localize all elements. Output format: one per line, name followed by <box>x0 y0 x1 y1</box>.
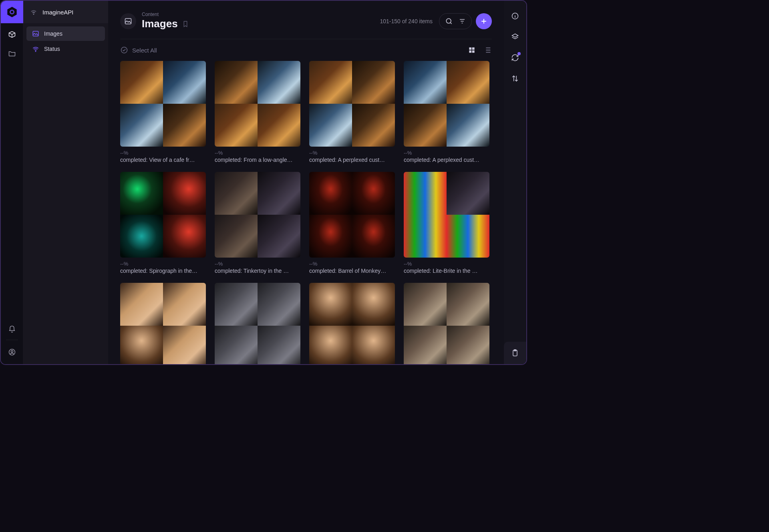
image-thumbnail[interactable] <box>120 61 206 147</box>
sidebar-header[interactable]: ImagineAPI <box>23 1 108 23</box>
add-button[interactable] <box>476 13 492 29</box>
wifi-icon <box>30 8 38 16</box>
right-rail <box>504 1 526 364</box>
search-filter-pill <box>439 13 472 29</box>
svg-point-2 <box>11 11 12 12</box>
image-progress: --% <box>404 261 489 267</box>
status-icon <box>32 45 39 52</box>
svg-rect-7 <box>125 18 131 24</box>
image-card[interactable]: --%completed: A perplexed cust… <box>404 61 489 163</box>
image-thumbnail[interactable] <box>404 61 489 147</box>
svg-rect-11 <box>472 47 475 50</box>
image-thumbnail[interactable] <box>215 61 300 147</box>
clipboard-icon[interactable] <box>504 342 526 364</box>
image-caption: completed: Spirograph in the… <box>120 268 206 274</box>
image-caption: completed: A perplexed cust… <box>404 157 489 163</box>
bookmark-icon[interactable] <box>182 20 189 28</box>
list-view-button[interactable] <box>483 46 492 54</box>
image-thumbnail[interactable] <box>309 172 395 258</box>
main-content: Content Images 101-150 of 240 items <box>108 1 504 364</box>
refresh-icon[interactable] <box>507 50 523 66</box>
rail-account-icon[interactable] <box>4 344 20 360</box>
rail-folder-icon[interactable] <box>4 46 20 62</box>
svg-point-8 <box>446 18 451 23</box>
image-progress: --% <box>309 261 395 267</box>
svg-point-6 <box>35 51 36 52</box>
grid-view-button[interactable] <box>468 46 476 54</box>
page-title: Images <box>142 18 178 30</box>
image-thumbnail[interactable] <box>215 283 300 364</box>
image-icon <box>32 30 39 37</box>
filter-button[interactable] <box>459 18 466 25</box>
app-logo[interactable] <box>1 1 23 23</box>
image-thumbnail[interactable] <box>120 172 206 258</box>
image-thumbnail[interactable] <box>215 172 300 258</box>
image-caption: completed: Lite-Brite in the … <box>404 268 489 274</box>
list-subheader: Select All <box>120 39 492 61</box>
sidebar: ImagineAPI Images Sta <box>23 1 108 364</box>
image-card[interactable]: --%completed: From a low-angle… <box>215 61 300 163</box>
image-card[interactable]: --%completed: Spirograph in the… <box>120 172 206 274</box>
collection-icon <box>120 13 136 29</box>
search-button[interactable] <box>445 17 453 25</box>
image-card[interactable]: --%completed: Barrel of Monkey… <box>309 172 395 274</box>
image-caption: completed: Tinkertoy in the … <box>215 268 300 274</box>
check-circle-icon <box>120 46 128 54</box>
image-progress: --% <box>215 150 300 156</box>
select-all-label: Select All <box>132 47 157 54</box>
image-card[interactable]: --%completed: View of a cafe fr… <box>120 61 206 163</box>
image-card[interactable]: --%completed: A perplexed cust… <box>309 61 395 163</box>
svg-point-4 <box>11 351 13 353</box>
sidebar-item-status[interactable]: Status <box>26 42 105 56</box>
image-thumbnail[interactable] <box>404 283 489 364</box>
rail-content-icon[interactable] <box>4 26 20 42</box>
image-thumbnail[interactable] <box>309 283 395 364</box>
image-card[interactable]: --%completed: Rock 'Em Sock 'E… <box>215 283 300 364</box>
rail-notifications-icon[interactable] <box>4 321 20 337</box>
page-header: Content Images 101-150 of 240 items <box>120 12 492 30</box>
sidebar-item-images[interactable]: Images <box>26 26 105 41</box>
app-rail <box>1 1 23 364</box>
notification-dot <box>517 52 521 55</box>
layers-icon[interactable] <box>507 29 523 45</box>
image-card[interactable]: --%completed: Lite-Brite in the … <box>404 172 489 274</box>
image-thumbnail[interactable] <box>309 61 395 147</box>
info-icon[interactable] <box>507 8 523 24</box>
image-progress: --% <box>120 150 206 156</box>
image-caption: completed: From a low-angle… <box>215 157 300 163</box>
image-progress: --% <box>309 150 395 156</box>
sort-icon[interactable] <box>507 71 523 87</box>
image-progress: --% <box>120 261 206 267</box>
image-caption: completed: A perplexed cust… <box>309 157 395 163</box>
image-card[interactable]: --%completed: Hula Hoop in the… <box>309 283 395 364</box>
sidebar-item-label: Images <box>44 30 62 37</box>
svg-rect-10 <box>469 47 471 50</box>
image-card[interactable]: --%completed: Mr. Potato Head … <box>120 283 206 364</box>
image-grid: --%completed: View of a cafe fr…--%compl… <box>120 61 492 364</box>
image-thumbnail[interactable] <box>404 172 489 258</box>
svg-rect-12 <box>469 50 471 53</box>
image-card[interactable]: --%completed: Tinkertoy in the … <box>215 172 300 274</box>
image-progress: --% <box>404 150 489 156</box>
item-count: 101-150 of 240 items <box>380 18 433 24</box>
image-thumbnail[interactable] <box>120 283 206 364</box>
sidebar-item-label: Status <box>44 46 60 52</box>
svg-rect-13 <box>472 50 475 53</box>
image-card[interactable]: --%completed: Easy-Bake Oven i… <box>404 283 489 364</box>
image-caption: completed: View of a cafe fr… <box>120 157 206 163</box>
image-progress: --% <box>215 261 300 267</box>
image-caption: completed: Barrel of Monkey… <box>309 268 395 274</box>
project-name: ImagineAPI <box>42 9 74 16</box>
breadcrumb: Content <box>142 12 189 17</box>
select-all[interactable]: Select All <box>120 46 157 54</box>
